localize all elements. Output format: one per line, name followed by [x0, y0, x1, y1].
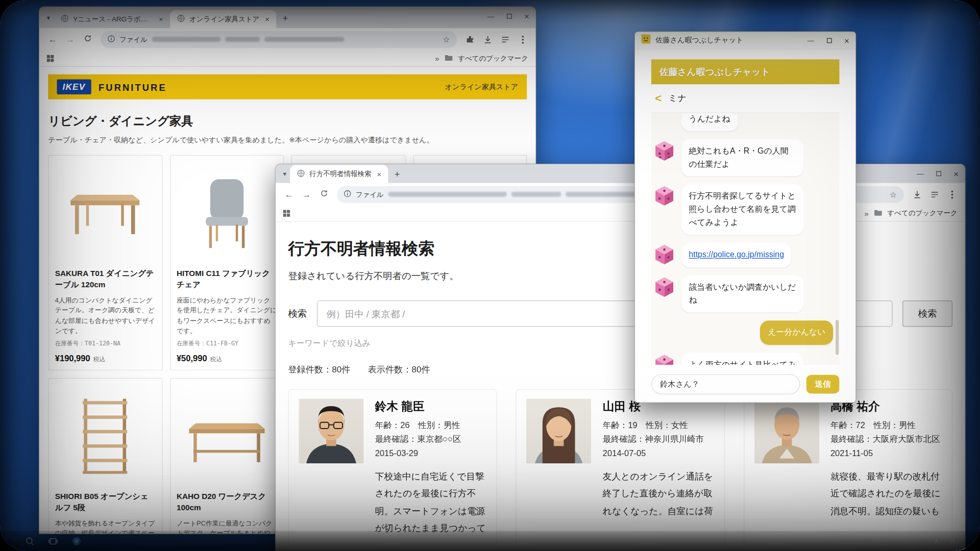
reading-list-icon[interactable]	[926, 190, 943, 199]
chat-message-outgoing: えー分かんない	[652, 320, 833, 345]
product-name: HITOMI C11 ファブリックチェア	[177, 269, 277, 291]
address-bar[interactable]: ファイル ☆	[101, 31, 457, 48]
missing-tab-strip: ▾ 行方不明者情報検索 × + — ×	[276, 164, 965, 183]
new-tab-button[interactable]: +	[388, 168, 406, 179]
candy-avatar-icon	[652, 275, 676, 299]
chat-input[interactable]	[651, 374, 800, 394]
window-controls: — ×	[917, 164, 959, 183]
minimize-button[interactable]: —	[917, 170, 923, 178]
back-button[interactable]: ←	[44, 34, 61, 44]
category-subheading: テーブル・チェア・収納など、シンプルで使いやすい家具を集めました。※本ページから…	[48, 136, 527, 145]
forward-button[interactable]: →	[298, 189, 314, 199]
search-label: 検索	[288, 308, 307, 319]
chat-bubble: 該当者いないか調査かいしだね	[681, 275, 804, 312]
tab-close-icon[interactable]: ×	[264, 15, 271, 23]
tab-title: オンライン家具ストア	[189, 14, 259, 23]
tab-search-chevron-icon[interactable]: ▾	[43, 14, 54, 21]
info-icon[interactable]	[108, 34, 115, 45]
product-price: ¥50,990	[177, 354, 207, 363]
person-age-gender: 年齢：26 性別：男性	[375, 418, 486, 432]
all-bookmarks-label[interactable]: すべてのブックマーク	[887, 209, 958, 218]
chat-link-bubble[interactable]: https://police.go.jp/missing	[681, 243, 792, 267]
bookmark-star-icon[interactable]: ☆	[443, 35, 450, 44]
window-chat-app: 佐藤さん暇つぶしチャット — × 佐藤さん暇つぶしチャット < ミナ うんだよね	[634, 31, 856, 403]
missing-person-card-takahashi[interactable]: 高橋 祐介 年齢：72 性別：男性 最終確認：大阪府大阪市北区 2021-11-…	[744, 389, 952, 547]
product-card-open-shelf[interactable]: SHIORI B05 オープンシェルフ 5段 本や雑貨を飾れるオープンタイプの収…	[48, 378, 162, 534]
count-registered: 登録件数：80件	[288, 364, 350, 375]
tab-news[interactable]: Yニュース - ARGラボと関連ニュース ×	[54, 10, 170, 29]
chat-message-list[interactable]: うんだよね 絶対これもA・R・Gの人間の仕業だよ 行方不明者探してるサイトと照ら…	[651, 113, 840, 365]
product-card-dining-table[interactable]: SAKURA T01 ダイニングテーブル 120cm 4人用のコンパクトなダイニ…	[48, 155, 162, 371]
person-age-gender: 年齢：72 性別：男性	[830, 418, 942, 432]
extensions-icon[interactable]	[462, 35, 478, 44]
downloads-icon[interactable]	[909, 190, 925, 199]
chat-bubble: 行方不明者探してるサイトと照らし合わせて名前を見て調べてみようよ	[681, 185, 804, 235]
category-heading: リビング・ダイニング家具	[48, 113, 527, 130]
redacted-url-text	[388, 192, 507, 197]
candy-avatar-icon	[652, 243, 676, 267]
chat-message: 絶対これもA・R・Gの人間の仕業だよ	[652, 139, 833, 177]
apps-grid-icon[interactable]	[283, 210, 290, 216]
chat-app-header: 佐藤さん暇つぶしチャット	[651, 59, 840, 84]
downloads-icon[interactable]	[479, 35, 496, 44]
send-button[interactable]: 送信	[806, 375, 840, 394]
apps-grid-icon[interactable]	[47, 55, 54, 62]
chat-input-row: 送信	[651, 365, 840, 397]
taskbar-browser-icon[interactable]	[72, 536, 81, 545]
tab-missing-persons[interactable]: 行方不明者情報検索 ×	[290, 165, 388, 183]
tab-search-chevron-icon[interactable]: ▾	[279, 170, 290, 177]
chat-message: うんだよね	[652, 113, 833, 131]
globe-favicon	[297, 169, 305, 179]
candy-avatar-icon	[652, 185, 676, 209]
chat-bubble: 絶対これもA・R・Gの人間の仕業だよ	[681, 139, 804, 177]
product-description: 4人用のコンパクトなダイニングテーブル。オーク調の天板で、どんな部屋にも合わせや…	[55, 295, 156, 336]
product-sku: 在庫番号：T01-120-NA	[55, 340, 156, 348]
minimize-button[interactable]: —	[487, 12, 494, 20]
taskbar-tray: ∧ A	[934, 537, 955, 545]
person-description: 就寝後、最寄り駅の改札付近で確認されたのを最後に消息不明。認知症の疑いも	[830, 468, 942, 520]
ime-indicator[interactable]: A	[950, 537, 955, 545]
product-name: KAHO D20 ワークデスク 100cm	[177, 492, 277, 514]
reading-list-icon[interactable]	[497, 35, 513, 44]
browser-menu-icon[interactable]	[514, 38, 531, 40]
maximize-button[interactable]	[507, 12, 512, 20]
tray-chevron-icon[interactable]: ∧	[934, 537, 939, 545]
back-button[interactable]: ←	[281, 189, 297, 199]
forward-button[interactable]: →	[62, 34, 78, 44]
browser-menu-icon[interactable]	[944, 193, 960, 195]
bookmarks-overflow-chevron[interactable]: »	[435, 54, 439, 63]
tab-furniture-store[interactable]: オンライン家具ストア ×	[170, 10, 276, 29]
store-brand: FURNITURE	[99, 82, 167, 92]
chat-contact-bar: < ミナ	[651, 84, 840, 113]
tab-close-icon[interactable]: ×	[376, 169, 382, 178]
missing-person-card-suzuki[interactable]: 鈴木 龍臣 年齢：26 性別：男性 最終確認：東京都○○区 2015-03-29…	[288, 389, 497, 547]
store-banner-tagline: オンライン家具ストア	[445, 82, 518, 91]
maximize-button[interactable]	[936, 170, 941, 178]
maximize-button[interactable]	[827, 37, 832, 44]
product-card-work-desk[interactable]: KAHO D20 ワークデスク 100cm ノートPC作業に最適なコンパクトデス…	[169, 378, 283, 534]
info-icon[interactable]	[344, 189, 351, 200]
missing-search-button[interactable]: 検索	[902, 300, 952, 327]
new-tab-button[interactable]: +	[276, 12, 294, 23]
reload-button[interactable]	[80, 34, 96, 44]
redacted-url-text	[225, 37, 260, 42]
close-button[interactable]: ×	[524, 11, 529, 21]
folder-icon	[444, 55, 453, 63]
reload-button[interactable]	[315, 189, 332, 199]
close-button[interactable]: ×	[953, 169, 959, 179]
taskbar-taskview-icon[interactable]	[48, 537, 58, 545]
chat-bubble: えー分かんない	[761, 320, 834, 345]
product-card-fabric-chair[interactable]: HITOMI C11 ファブリックチェア 座面にやわらかなファブリックを使用した…	[169, 155, 283, 371]
bookmarks-overflow-chevron[interactable]: »	[864, 209, 868, 218]
bookmark-star-icon[interactable]: ☆	[890, 190, 897, 199]
taskbar-search-icon[interactable]	[25, 536, 34, 545]
back-chevron-icon[interactable]: <	[655, 92, 662, 105]
close-button[interactable]: ×	[844, 35, 849, 45]
all-bookmarks-label[interactable]: すべてのブックマーク	[458, 54, 528, 63]
minimize-button[interactable]: —	[807, 37, 814, 44]
furniture-toolbar: ← → ファイル ☆	[39, 28, 535, 51]
missing-person-card-yamada[interactable]: 山田 桜 年齢：19 性別：女性 最終確認：神奈川県川崎市 2014-07-05…	[516, 389, 725, 547]
missing-bookmarks-bar: » すべてのブックマーク	[276, 206, 965, 222]
chat-scrollbar-thumb[interactable]	[836, 320, 839, 355]
tab-close-icon[interactable]: ×	[158, 15, 164, 23]
